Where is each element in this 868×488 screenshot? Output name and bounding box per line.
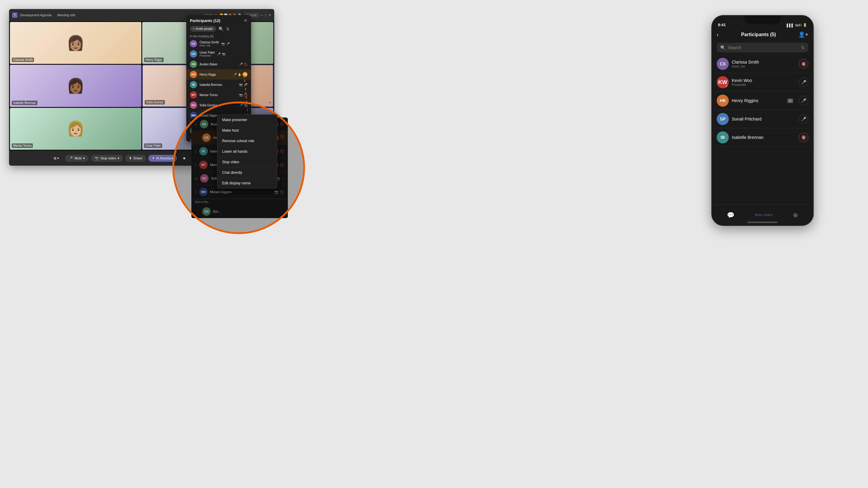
- win-minimize[interactable]: ─: [261, 13, 263, 17]
- win-close[interactable]: ✕: [269, 13, 271, 17]
- add-icon: ⊕: [793, 212, 798, 219]
- phone-avatar-henry-r: HR: [717, 95, 729, 107]
- ctx-lower-all-hands[interactable]: Lower all hands: [217, 147, 277, 157]
- avatar-isabella: IB: [190, 81, 197, 88]
- not-in-meeting-zoom-label: Not in the...: [191, 199, 288, 205]
- hand-icon-henry: ✋: [238, 73, 241, 76]
- phone-mic-kevin[interactable]: 🎤: [799, 77, 808, 87]
- mobile-phone: 9:41 ▌▌▌ WiFi 🔋 ‹ Participants (5) 👤+ 🔍 …: [711, 15, 814, 226]
- ctx-stop-video[interactable]: Stop video: [217, 157, 277, 167]
- mic-icon-clarissa: 🎤: [226, 42, 230, 45]
- participant-clarissa[interactable]: CS Clarissa Smith Host, me 📷 🎤: [186, 38, 251, 49]
- video-label-clarissa: Clarissa Smith: [12, 58, 34, 62]
- mute-label: Mute: [74, 156, 82, 160]
- phone-add-btn[interactable]: ⊕: [793, 212, 798, 219]
- video-icon-umar: 📷: [222, 53, 225, 56]
- ai-label: AI Assistant: [156, 156, 173, 160]
- phone-chat-btn[interactable]: 💬: [727, 212, 735, 219]
- video-icon-clarissa: 📷: [221, 42, 225, 45]
- video-label-isabelle: Isabelle Brennan: [12, 101, 37, 105]
- ctx-edit-display-name[interactable]: Edit display name: [217, 178, 277, 188]
- video-icon-isabella: 📷: [239, 83, 243, 87]
- phone-row-kevin[interactable]: KW ▶ Kevin Woo Presenter 🎤: [714, 73, 811, 92]
- avatar-clarissa: CS: [190, 40, 197, 47]
- ctx-chat-directly[interactable]: Chat directly: [217, 167, 277, 178]
- video-chevron: ▾: [118, 156, 119, 160]
- phone-participant-list: CS Clarissa Smith Host, me 🔇 KW ▶ Kevin …: [712, 55, 813, 147]
- add-person-btn[interactable]: 👤+: [798, 31, 808, 38]
- ctx-make-presenter[interactable]: Make presenter: [217, 115, 277, 125]
- back-btn[interactable]: ‹: [717, 32, 718, 38]
- muted-zoom-henry: 🚫: [280, 135, 284, 141]
- context-menu: Make presenter Make host Remove cohost r…: [217, 115, 277, 189]
- participant-henry[interactable]: HR Henry Riggs 🎤 ✋ •••: [186, 69, 251, 79]
- phone-mic-clarissa[interactable]: 🔇: [799, 59, 808, 69]
- panel-sort-btn[interactable]: ⇅: [226, 27, 230, 31]
- panel-search-btn[interactable]: 🔍: [218, 27, 224, 31]
- phone-mic-isabelle-m[interactable]: 🔇: [799, 133, 808, 142]
- invite-people-btn[interactable]: + Invite people: [190, 26, 216, 32]
- phone-row-sonali[interactable]: SP Sonali Pritchard 🎤: [714, 110, 811, 128]
- phone-search-icon: 🔍: [720, 45, 725, 50]
- phone-search-bar[interactable]: 🔍 Search ⇅: [717, 43, 808, 53]
- zoom-row-emily[interactable]: EN Em...: [191, 205, 288, 218]
- phone-avatar-isabelle-m: IB: [717, 131, 729, 143]
- phone-row-clarissa[interactable]: CS Clarissa Smith Host, me 🔇: [714, 55, 811, 73]
- share-icon: ⬆: [129, 156, 132, 160]
- window-title: Development Agenda: [20, 13, 52, 17]
- chat-icon: 💬: [727, 212, 735, 219]
- mute-btn[interactable]: 🎤 Mute ▾: [65, 155, 89, 162]
- status-icons: ▌▌▌ WiFi 🔋: [787, 23, 807, 27]
- invite-icon: +: [193, 27, 195, 30]
- panel-title: Participants (12): [190, 19, 220, 23]
- participant-isabella[interactable]: IB Isabella Brennan 📷 🎤: [186, 79, 251, 90]
- participant-marise[interactable]: MT Marise Torres 📷 🚫: [186, 90, 251, 100]
- gallery-btn[interactable]: ⊞ ▾: [50, 155, 63, 162]
- mic-icon-sofia: 🎤: [239, 104, 243, 107]
- video-label-henry: Henry Riggs: [144, 58, 164, 62]
- phone-time: 9:41: [718, 23, 726, 27]
- participant-umar[interactable]: UP Umar Patel Presenter 🎤 📷: [186, 49, 251, 59]
- win-maximize[interactable]: □: [265, 13, 267, 17]
- invite-label: Invite people: [196, 27, 213, 30]
- video-label-sofia: Sofia Gomez: [145, 100, 165, 104]
- ctx-make-host[interactable]: Make host: [217, 125, 277, 136]
- phone-row-isabelle-m[interactable]: IB Isabelle Brennan 🔇: [714, 128, 811, 147]
- video-cell-isabelle: 👩🏾 Isabelle Brennan: [10, 65, 141, 107]
- ai-assistant-btn[interactable]: ✦ AI Assistant: [148, 155, 177, 162]
- video-zoom-mh: 📷: [274, 190, 278, 194]
- phone-notch: [744, 16, 781, 24]
- more-btn-henry[interactable]: •••: [243, 72, 247, 77]
- avatar-marise: MT: [190, 91, 197, 98]
- phone-mic-sonali[interactable]: 🎤: [799, 114, 808, 124]
- mic-icon: 🎤: [69, 156, 73, 160]
- panel-close-btn[interactable]: ✕: [244, 18, 247, 23]
- phone-sort-icon[interactable]: ⇅: [801, 45, 805, 50]
- ai-icon: ✦: [152, 156, 155, 160]
- share-label: Share: [133, 156, 142, 160]
- avatar-umar: UP: [190, 50, 197, 58]
- share-btn[interactable]: ⬆ Share: [125, 155, 146, 162]
- wifi-icon: WiFi: [795, 24, 802, 27]
- phone-mic-henry-r[interactable]: 🎤: [799, 96, 808, 105]
- muted-zoom-austen: 🚫: [280, 122, 284, 126]
- phone-search-placeholder: Search: [728, 45, 799, 50]
- phone-row-henry-r[interactable]: HR Henry Riggins ⊞ 🎤: [714, 92, 811, 110]
- record-btn[interactable]: ⏺: [179, 153, 189, 163]
- phone-avatar-clarissa: CS: [717, 58, 729, 70]
- avatar-henry: HR: [190, 71, 197, 78]
- phone-mute-control-btn[interactable]: Mute Control: [755, 213, 772, 217]
- phone-home-indicator: [747, 222, 778, 223]
- mute-chevron: ▾: [83, 156, 85, 160]
- participant-sofia[interactable]: SG Sofia Gomez 🎤 📷: [186, 100, 251, 110]
- participant-austen[interactable]: AB Austen Baker 🎤 🚫: [186, 59, 251, 69]
- video-icon-marise: 📷: [239, 93, 243, 97]
- ctx-remove-cohost[interactable]: Remove cohost role: [217, 136, 277, 147]
- battery-icon: 🔋: [803, 23, 807, 27]
- video-label-marise: Marise Torres: [12, 143, 33, 148]
- meeting-info[interactable]: Meeting info: [57, 13, 75, 17]
- video-cell-clarissa: 👩🏽 Clarissa Smith: [10, 22, 141, 64]
- stop-video-btn[interactable]: 📷 Stop video ▾: [91, 155, 123, 162]
- signal-icon: ▌▌▌: [787, 24, 794, 27]
- video-cell-marise: 👩🏼 Marise Torres: [10, 108, 141, 150]
